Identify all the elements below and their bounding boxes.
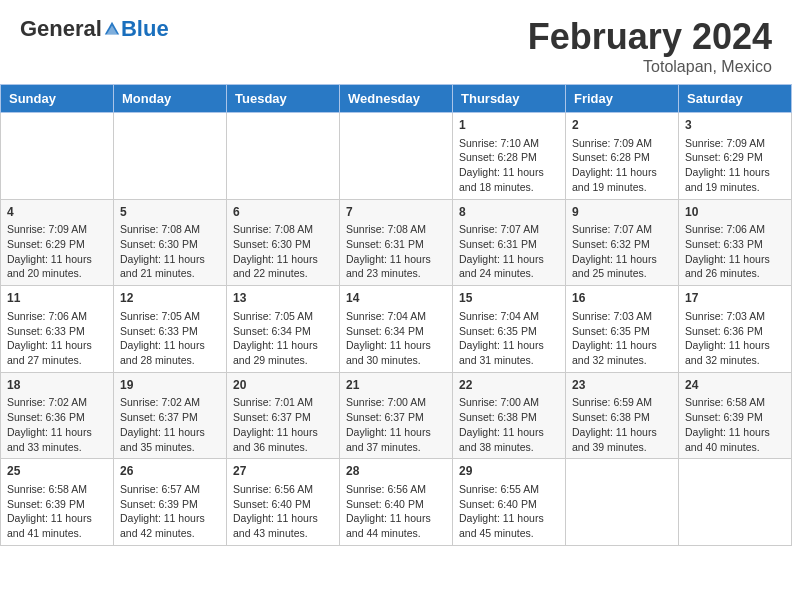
cell-content: 24Sunrise: 6:58 AMSunset: 6:39 PMDayligh… — [685, 377, 785, 455]
cell-content: 1Sunrise: 7:10 AMSunset: 6:28 PMDaylight… — [459, 117, 559, 195]
cell-content: 23Sunrise: 6:59 AMSunset: 6:38 PMDayligh… — [572, 377, 672, 455]
logo-icon — [103, 20, 121, 38]
day-info: Sunrise: 7:07 AM — [572, 222, 672, 237]
day-info: Daylight: 11 hours and 35 minutes. — [120, 425, 220, 454]
day-info: Sunset: 6:33 PM — [120, 324, 220, 339]
day-info: Sunset: 6:28 PM — [459, 150, 559, 165]
calendar-cell: 3Sunrise: 7:09 AMSunset: 6:29 PMDaylight… — [679, 113, 792, 200]
calendar-cell: 9Sunrise: 7:07 AMSunset: 6:32 PMDaylight… — [566, 199, 679, 286]
day-info: Sunrise: 7:07 AM — [459, 222, 559, 237]
day-info: Sunrise: 7:06 AM — [685, 222, 785, 237]
day-number: 19 — [120, 377, 220, 394]
day-number: 27 — [233, 463, 333, 480]
cell-content: 29Sunrise: 6:55 AMSunset: 6:40 PMDayligh… — [459, 463, 559, 541]
cell-content: 3Sunrise: 7:09 AMSunset: 6:29 PMDaylight… — [685, 117, 785, 195]
cell-content: 25Sunrise: 6:58 AMSunset: 6:39 PMDayligh… — [7, 463, 107, 541]
cell-content: 20Sunrise: 7:01 AMSunset: 6:37 PMDayligh… — [233, 377, 333, 455]
day-number: 29 — [459, 463, 559, 480]
calendar-cell: 13Sunrise: 7:05 AMSunset: 6:34 PMDayligh… — [227, 286, 340, 373]
calendar-cell: 14Sunrise: 7:04 AMSunset: 6:34 PMDayligh… — [340, 286, 453, 373]
dow-header-friday: Friday — [566, 85, 679, 113]
day-info: Sunrise: 7:10 AM — [459, 136, 559, 151]
calendar-cell: 6Sunrise: 7:08 AMSunset: 6:30 PMDaylight… — [227, 199, 340, 286]
day-info: Sunrise: 7:01 AM — [233, 395, 333, 410]
calendar-cell: 16Sunrise: 7:03 AMSunset: 6:35 PMDayligh… — [566, 286, 679, 373]
day-info: Daylight: 11 hours and 19 minutes. — [572, 165, 672, 194]
day-info: Sunset: 6:37 PM — [346, 410, 446, 425]
cell-content: 18Sunrise: 7:02 AMSunset: 6:36 PMDayligh… — [7, 377, 107, 455]
calendar-cell: 22Sunrise: 7:00 AMSunset: 6:38 PMDayligh… — [453, 372, 566, 459]
day-info: Daylight: 11 hours and 24 minutes. — [459, 252, 559, 281]
day-info: Sunrise: 6:56 AM — [233, 482, 333, 497]
day-info: Sunset: 6:30 PM — [120, 237, 220, 252]
calendar-cell: 24Sunrise: 6:58 AMSunset: 6:39 PMDayligh… — [679, 372, 792, 459]
day-info: Sunrise: 6:58 AM — [7, 482, 107, 497]
day-info: Daylight: 11 hours and 25 minutes. — [572, 252, 672, 281]
day-info: Daylight: 11 hours and 32 minutes. — [572, 338, 672, 367]
day-info: Sunrise: 7:05 AM — [120, 309, 220, 324]
calendar-cell — [114, 113, 227, 200]
dow-header-tuesday: Tuesday — [227, 85, 340, 113]
day-info: Sunset: 6:33 PM — [685, 237, 785, 252]
day-number: 20 — [233, 377, 333, 394]
calendar-cell: 29Sunrise: 6:55 AMSunset: 6:40 PMDayligh… — [453, 459, 566, 546]
day-number: 3 — [685, 117, 785, 134]
day-number: 21 — [346, 377, 446, 394]
day-number: 23 — [572, 377, 672, 394]
calendar-cell: 11Sunrise: 7:06 AMSunset: 6:33 PMDayligh… — [1, 286, 114, 373]
day-info: Sunset: 6:30 PM — [233, 237, 333, 252]
title-block: February 2024 Totolapan, Mexico — [528, 16, 772, 76]
day-info: Sunrise: 6:58 AM — [685, 395, 785, 410]
day-info: Sunset: 6:38 PM — [572, 410, 672, 425]
day-info: Daylight: 11 hours and 32 minutes. — [685, 338, 785, 367]
day-info: Sunset: 6:38 PM — [459, 410, 559, 425]
day-info: Daylight: 11 hours and 22 minutes. — [233, 252, 333, 281]
day-info: Daylight: 11 hours and 36 minutes. — [233, 425, 333, 454]
day-info: Sunset: 6:40 PM — [459, 497, 559, 512]
dow-header-sunday: Sunday — [1, 85, 114, 113]
day-number: 16 — [572, 290, 672, 307]
day-info: Sunset: 6:36 PM — [7, 410, 107, 425]
calendar-cell: 20Sunrise: 7:01 AMSunset: 6:37 PMDayligh… — [227, 372, 340, 459]
calendar-cell: 17Sunrise: 7:03 AMSunset: 6:36 PMDayligh… — [679, 286, 792, 373]
day-info: Sunrise: 7:02 AM — [7, 395, 107, 410]
cell-content: 19Sunrise: 7:02 AMSunset: 6:37 PMDayligh… — [120, 377, 220, 455]
dow-header-wednesday: Wednesday — [340, 85, 453, 113]
day-info: Sunrise: 7:09 AM — [7, 222, 107, 237]
day-number: 22 — [459, 377, 559, 394]
day-info: Daylight: 11 hours and 38 minutes. — [459, 425, 559, 454]
calendar-cell: 8Sunrise: 7:07 AMSunset: 6:31 PMDaylight… — [453, 199, 566, 286]
day-info: Sunrise: 7:08 AM — [120, 222, 220, 237]
day-info: Sunrise: 7:03 AM — [572, 309, 672, 324]
cell-content: 12Sunrise: 7:05 AMSunset: 6:33 PMDayligh… — [120, 290, 220, 368]
day-info: Daylight: 11 hours and 44 minutes. — [346, 511, 446, 540]
day-info: Sunrise: 6:57 AM — [120, 482, 220, 497]
day-number: 26 — [120, 463, 220, 480]
day-info: Daylight: 11 hours and 41 minutes. — [7, 511, 107, 540]
day-number: 9 — [572, 204, 672, 221]
logo-blue-text: Blue — [121, 16, 169, 42]
day-info: Daylight: 11 hours and 31 minutes. — [459, 338, 559, 367]
cell-content: 26Sunrise: 6:57 AMSunset: 6:39 PMDayligh… — [120, 463, 220, 541]
calendar-cell: 18Sunrise: 7:02 AMSunset: 6:36 PMDayligh… — [1, 372, 114, 459]
calendar-cell: 12Sunrise: 7:05 AMSunset: 6:33 PMDayligh… — [114, 286, 227, 373]
day-number: 15 — [459, 290, 559, 307]
day-number: 2 — [572, 117, 672, 134]
day-info: Daylight: 11 hours and 45 minutes. — [459, 511, 559, 540]
calendar-cell: 25Sunrise: 6:58 AMSunset: 6:39 PMDayligh… — [1, 459, 114, 546]
calendar-cell: 4Sunrise: 7:09 AMSunset: 6:29 PMDaylight… — [1, 199, 114, 286]
day-info: Sunrise: 7:08 AM — [346, 222, 446, 237]
day-info: Sunset: 6:39 PM — [120, 497, 220, 512]
cell-content: 28Sunrise: 6:56 AMSunset: 6:40 PMDayligh… — [346, 463, 446, 541]
calendar-cell: 7Sunrise: 7:08 AMSunset: 6:31 PMDaylight… — [340, 199, 453, 286]
day-info: Sunset: 6:34 PM — [346, 324, 446, 339]
day-info: Sunrise: 7:00 AM — [346, 395, 446, 410]
cell-content: 4Sunrise: 7:09 AMSunset: 6:29 PMDaylight… — [7, 204, 107, 282]
day-info: Sunrise: 6:56 AM — [346, 482, 446, 497]
calendar-table: SundayMondayTuesdayWednesdayThursdayFrid… — [0, 84, 792, 546]
day-info: Daylight: 11 hours and 18 minutes. — [459, 165, 559, 194]
page-header: General Blue February 2024 Totolapan, Me… — [0, 0, 792, 84]
day-info: Daylight: 11 hours and 26 minutes. — [685, 252, 785, 281]
cell-content: 7Sunrise: 7:08 AMSunset: 6:31 PMDaylight… — [346, 204, 446, 282]
cell-content: 11Sunrise: 7:06 AMSunset: 6:33 PMDayligh… — [7, 290, 107, 368]
